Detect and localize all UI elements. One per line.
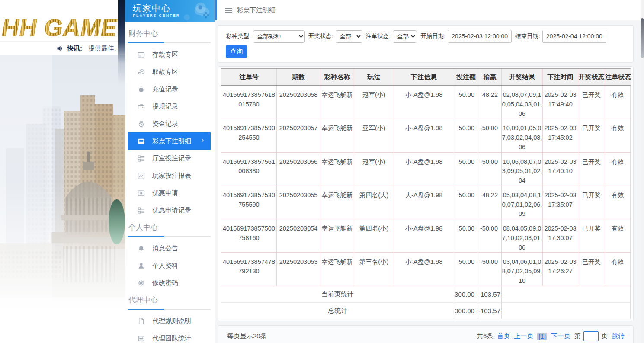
funds-icon <box>138 120 145 128</box>
page-title: 彩票下注明细 <box>237 6 276 14</box>
sidebar-item[interactable]: 取款专区 <box>128 63 211 80</box>
jump-page-input[interactable] <box>583 331 599 341</box>
current-page-badge: [1] <box>537 333 547 340</box>
bet-status-label: 注单状态: <box>366 32 391 40</box>
news-label: 快讯: <box>67 45 82 53</box>
main-area: 彩票下注明细 彩种类型: 全部彩种 开奖状态: 全部 注单状态: 全部 开始日期… <box>215 0 641 343</box>
sidebar-item[interactable]: 厅室投注记录 <box>128 150 211 167</box>
doc-icon <box>138 317 145 325</box>
lottery-type-select[interactable]: 全部彩种 <box>253 30 305 43</box>
table-row: 40156917385750075816020250203054幸运飞艇新第四名… <box>221 219 631 253</box>
scrollbar-thumb[interactable] <box>641 18 644 58</box>
gear-icon <box>138 279 145 287</box>
filter-panel: 彩种类型: 全部彩种 开奖状态: 全部 注单状态: 全部 开始日期: 结束日期:… <box>218 25 634 63</box>
table-row: 40156917385753075559020250203055幸运飞艇新第四名… <box>221 186 631 219</box>
section-title: 代理中心 <box>128 294 211 306</box>
deposit-icon <box>138 51 145 58</box>
col-header: 下注信息 <box>394 69 454 86</box>
table-body: 40156917385761801578020250203058幸运飞艇新冠军(… <box>221 86 631 319</box>
next-page-link[interactable]: 下一页 <box>551 332 570 340</box>
col-header: 开奖结果 <box>502 69 543 86</box>
report-icon <box>138 172 145 180</box>
sidebar-nav: 财务中心存款专区取款专区充值记录提现记录资金记录彩票下注明细›厅室投注记录玩家投… <box>125 22 215 343</box>
table-row: 40156917385747879213020250203053幸运飞艇新第三名… <box>221 253 631 286</box>
sidebar-item[interactable]: 存款专区 <box>128 46 211 63</box>
recharge-icon <box>138 86 145 93</box>
page-scrollbar[interactable] <box>641 0 644 343</box>
draw-status-select[interactable]: 全部 <box>336 30 362 43</box>
brand-logo: HH GAME <box>1 12 119 45</box>
col-header: 下注时间 <box>543 69 578 86</box>
gamepad-icon <box>174 2 211 21</box>
col-header: 玩法 <box>354 69 394 86</box>
content-topbar: 彩票下注明细 <box>215 0 641 20</box>
sidebar-header: 玩家中心 PLAYERS CENTER <box>125 0 215 22</box>
pagination-bar: 每页显示20条 共6条 首页 上一页 [1] 下一页 第 页 跳转 <box>218 325 634 343</box>
table-header: 注单号期数彩种名称玩法下注信息投注额输赢开奖结果下注时间开奖状态注单状态 <box>221 69 631 86</box>
room-bets-icon <box>138 155 145 162</box>
prev-page-link[interactable]: 上一页 <box>514 332 533 340</box>
col-header: 期数 <box>277 69 320 86</box>
col-header: 彩种名称 <box>320 69 354 86</box>
col-header: 投注额 <box>454 69 478 86</box>
col-header: 输赢 <box>478 69 502 86</box>
sidebar-item[interactable]: 充值记录 <box>128 80 211 98</box>
sidebar-item[interactable]: 代理团队统计 <box>128 330 211 343</box>
sidebar-item[interactable]: 消息公告 <box>128 240 211 257</box>
summary-row: 总统计300.00-103.57 <box>221 302 631 319</box>
news-ticker: 快讯: 提供最佳、 <box>0 41 118 55</box>
lottery-type-label: 彩种类型: <box>226 32 251 40</box>
profile-icon <box>138 262 145 269</box>
bet-status-select[interactable]: 全部 <box>393 30 417 43</box>
speaker-icon <box>56 45 64 52</box>
sidebar-item[interactable]: 代理规则说明 <box>128 312 211 330</box>
col-header: 注单号 <box>221 69 277 86</box>
news-text: 提供最佳、 <box>88 45 118 53</box>
sidebar-item[interactable]: 个人资料 <box>128 257 211 274</box>
draw-status-label: 开奖状态: <box>308 32 333 40</box>
bell-icon <box>138 245 145 252</box>
bets-table-card: 注单号期数彩种名称玩法下注信息投注额输赢开奖结果下注时间开奖状态注单状态 401… <box>218 66 634 321</box>
sidebar: 玩家中心 PLAYERS CENTER 财务中心存款专区取款专区充值记录提现记录… <box>125 0 215 343</box>
cashout-icon <box>138 103 145 110</box>
col-header: 注单状态 <box>605 69 631 86</box>
team-icon <box>138 335 145 342</box>
summary-row: 当前页统计300.00-103.57 <box>221 286 631 302</box>
sidebar-item[interactable]: 资金记录 <box>128 115 211 132</box>
jump-prefix: 第 <box>574 332 581 340</box>
start-date-input[interactable] <box>448 30 512 43</box>
left-banner-pane: HH GAME 快讯: 提供最佳、 <box>0 0 125 343</box>
table-row: 40156917385756100838020250203056幸运飞艇新冠军(… <box>221 152 631 186</box>
first-page-link[interactable]: 首页 <box>497 332 510 340</box>
brand-logo-text: HH GAME <box>2 14 118 41</box>
sidebar-item[interactable]: 优惠申请记录 <box>128 202 211 219</box>
start-date-label: 开始日期: <box>420 32 445 40</box>
banner-edge-shade <box>118 0 125 84</box>
promo-record-icon <box>138 207 145 214</box>
chevron-right-icon: › <box>201 136 204 144</box>
withdraw-icon <box>138 68 145 76</box>
section-title: 财务中心 <box>128 28 211 40</box>
jump-button[interactable]: 跳转 <box>612 332 625 340</box>
query-button[interactable]: 查询 <box>226 45 247 58</box>
col-header: 开奖状态 <box>578 69 605 86</box>
section-underline <box>128 236 211 237</box>
jump-suffix: 页 <box>601 332 608 340</box>
total-count: 共6条 <box>477 332 493 340</box>
promo-apply-icon <box>138 189 145 197</box>
bet-detail-icon <box>138 138 145 145</box>
sidebar-item[interactable]: 玩家投注报表 <box>128 167 211 184</box>
sidebar-item[interactable]: 彩票下注明细› <box>128 132 211 150</box>
table-row: 40156917385761801578020250203058幸运飞艇新冠军(… <box>221 86 631 119</box>
section-title: 个人中心 <box>128 221 211 234</box>
sidebar-item[interactable]: 修改密码 <box>128 274 211 292</box>
end-date-input[interactable] <box>542 30 606 43</box>
sidebar-item[interactable]: 提现记录 <box>128 98 211 115</box>
city-photo <box>0 55 125 343</box>
table-row: 40156917385759025455020250203057幸运飞艇新亚军(… <box>221 119 631 152</box>
section-underline <box>128 309 211 310</box>
sidebar-item[interactable]: 优惠申请 <box>128 184 211 202</box>
end-date-label: 结束日期: <box>515 32 540 40</box>
menu-toggle-icon[interactable] <box>225 6 232 14</box>
page-size-label: 每页显示20条 <box>227 332 267 340</box>
